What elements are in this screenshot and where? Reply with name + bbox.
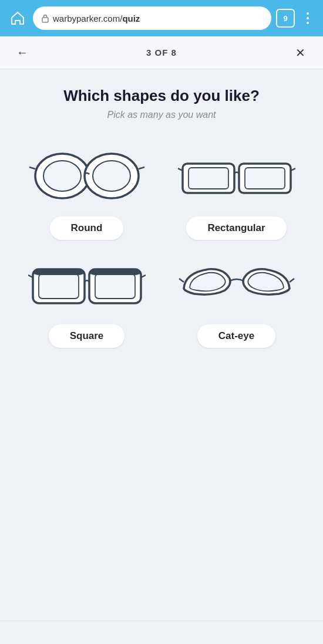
svg-line-21 <box>179 279 184 282</box>
rectangular-label: Rectangular <box>186 216 286 240</box>
browser-chrome: warbyparker.com/quiz 9 <box>0 0 323 36</box>
svg-rect-17 <box>95 274 135 299</box>
question-subtitle: Pick as many as you want <box>12 110 311 120</box>
svg-line-5 <box>29 167 35 169</box>
shape-option-cat-eye[interactable]: Cat-eye <box>167 252 305 348</box>
nav-bar: ← 3 OF 8 ✕ <box>0 36 323 69</box>
svg-rect-18 <box>89 269 141 275</box>
svg-rect-10 <box>245 168 285 189</box>
shape-option-round[interactable]: Round <box>18 144 156 240</box>
svg-point-4 <box>93 161 130 191</box>
address-bar[interactable]: warbyparker.com/quiz <box>33 6 271 30</box>
browser-menu[interactable] <box>300 10 316 26</box>
square-glasses-image <box>22 252 152 316</box>
home-icon[interactable] <box>7 8 28 29</box>
svg-line-22 <box>290 279 294 282</box>
main-content: Which shapes do you like? Pick as many a… <box>0 69 323 621</box>
svg-line-6 <box>139 167 144 169</box>
svg-rect-0 <box>42 18 48 22</box>
url-text: warbyparker.com/quiz <box>53 13 140 23</box>
close-button[interactable]: ✕ <box>290 42 311 63</box>
shape-option-rectangular[interactable]: Rectangular <box>167 144 305 240</box>
rectangular-glasses-image <box>172 144 301 208</box>
cat-eye-label: Cat-eye <box>197 324 275 348</box>
no-preference-section: No preference <box>0 621 323 644</box>
svg-rect-8 <box>189 168 228 189</box>
tab-count[interactable]: 9 <box>276 9 295 28</box>
svg-rect-14 <box>39 274 79 299</box>
back-button[interactable]: ← <box>12 42 33 63</box>
svg-point-2 <box>43 161 81 191</box>
round-label: Round <box>50 216 124 240</box>
lock-icon <box>41 13 49 23</box>
square-label: Square <box>49 324 125 348</box>
question-title: Which shapes do you like? <box>12 87 311 105</box>
cat-eye-glasses-image <box>172 252 301 316</box>
shapes-grid: Round Rectangu <box>12 138 311 354</box>
shape-option-square[interactable]: Square <box>18 252 156 348</box>
round-glasses-image <box>22 144 152 208</box>
svg-rect-15 <box>33 269 85 275</box>
no-preference-button[interactable]: No preference <box>114 639 208 644</box>
progress-indicator: 3 OF 8 <box>146 48 177 57</box>
